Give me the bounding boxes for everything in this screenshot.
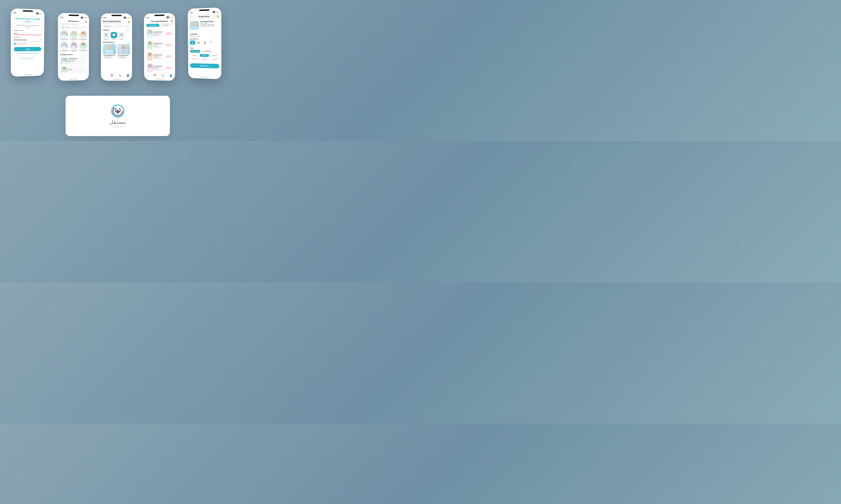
- see-all-nearby[interactable]: See all: [126, 42, 130, 43]
- list-item[interactable]: Dr. Stella Kane ★★★★: [60, 31, 68, 41]
- list-item[interactable]: Dr. Fred Mask ★★ Care Operator 🕐 10AM - …: [117, 44, 130, 59]
- avatar: [70, 31, 78, 38]
- profile-title: Profile Doctor: [199, 15, 210, 17]
- keep-signed-label: Keep me signed in: [16, 43, 28, 44]
- table-row[interactable]: Dr. Stella Kane 📅 Booking date 25/1/2020…: [145, 62, 173, 73]
- mobile-value[interactable]: 0097 |: [14, 33, 18, 34]
- time-slot-1030[interactable]: 10:30 AM: [200, 58, 209, 61]
- search-nav-icon[interactable]: 🔍: [161, 74, 164, 77]
- date-monday[interactable]: Mon 21: [190, 40, 195, 45]
- notification-icon[interactable]: 🔔: [170, 20, 173, 22]
- morning-button[interactable]: ☀️ Morning: [190, 50, 200, 53]
- table-row[interactable]: Dr. Stella Kane 📅 Booking date 25/1/2020…: [145, 40, 173, 50]
- back-icon[interactable]: ←: [190, 16, 192, 18]
- list-item[interactable]: Dr. Stella Kane ★★★★: [79, 31, 87, 41]
- day-number: 22: [198, 42, 200, 44]
- avatar: [147, 52, 153, 61]
- tab-upcoming[interactable]: Upcoming: [146, 24, 159, 27]
- profile-nav-icon[interactable]: 👤: [126, 74, 130, 77]
- home-nav-icon[interactable]: ⌂: [147, 74, 148, 77]
- doctor-name: Dr. Stella Kane: [60, 50, 68, 51]
- mobile-label: Mobile number: [14, 30, 23, 31]
- search-bar[interactable]: 🔍 Search...: [60, 25, 87, 30]
- home-bar: [155, 79, 164, 79]
- nearby-doctor-cards: Dr. Stella Kane ★★ Care Operator 🕐 10AM …: [103, 44, 130, 59]
- time-slot-1050[interactable]: 10:50 AM: [190, 57, 199, 60]
- home-bar: [201, 77, 209, 78]
- password-dots[interactable]: ●●●●●●●●: [14, 39, 27, 41]
- evening-button[interactable]: 🌙 Evening: [202, 50, 212, 53]
- rating-stars: ★★ 2.4: [68, 62, 86, 63]
- list-item[interactable]: Dr. Stella Kane Heart surgen ☎ 031313132…: [60, 56, 87, 65]
- back-icon[interactable]: ←: [146, 20, 148, 23]
- svg-rect-2: [62, 35, 66, 38]
- category-dental[interactable]: Dental: [103, 32, 109, 40]
- home-bar: [23, 74, 32, 75]
- cancel-button[interactable]: CANCEL: [166, 32, 172, 35]
- see-all-categories[interactable]: See all: [126, 30, 130, 31]
- category-label: Dental: [120, 39, 123, 40]
- doctor-image: [117, 44, 130, 54]
- day-number: 22: [204, 42, 206, 44]
- forgot-password-link[interactable]: Forger your password?: [21, 57, 34, 59]
- svg-rect-38: [191, 27, 197, 30]
- time-slot-1100[interactable]: 11:00 AM: [210, 58, 219, 61]
- search-icon: 🔍: [105, 25, 107, 27]
- phone-profile-doctor: 9:41 ▋▋ ▾ 🔋 ← Profile Doctor 🔔 Dr. Ahmed…: [188, 7, 221, 79]
- avatar: [60, 31, 68, 38]
- category-heart[interactable]: Heart: [111, 32, 117, 40]
- location: 📍 Main Street, 10: [154, 69, 165, 70]
- list-item[interactable]: Dr. Stella Kane ★★★★: [69, 31, 78, 41]
- time-slot-0900[interactable]: 09:00 AM: [200, 54, 209, 57]
- booking-date: 📅 Booking date 25/1/2020: [154, 55, 164, 58]
- back-icon[interactable]: ←: [60, 20, 62, 22]
- status-time: 9:41: [146, 17, 149, 19]
- table-row[interactable]: Dr. Stella Kane 📅 Booking date 25/1/2020…: [145, 51, 173, 62]
- bottom-nav: ⌂ 📅 🔍 👤: [144, 73, 175, 78]
- time-toggle: ☀️ Morning 🌙 Evening: [190, 50, 219, 53]
- notification-icon[interactable]: 🔔: [85, 20, 87, 23]
- tab-past[interactable]: Past: [159, 23, 173, 26]
- date-tuesday[interactable]: Tue 22: [196, 40, 201, 45]
- svg-rect-21: [62, 70, 66, 72]
- notification-icon[interactable]: 🔔: [127, 21, 130, 23]
- time-slot-0830[interactable]: 08:30 AM: [190, 54, 199, 57]
- cancel-button[interactable]: CANCEL: [166, 67, 172, 69]
- svg-point-22: [108, 46, 111, 49]
- dental-icon-2: [118, 32, 125, 38]
- svg-rect-31: [148, 45, 152, 49]
- location: 📍 Main Street, 10: [154, 46, 164, 47]
- profile-nav-icon[interactable]: 👤: [169, 74, 172, 77]
- search-bar[interactable]: 🔍 Search...: [103, 24, 130, 28]
- cancel-button[interactable]: CANCEL: [166, 44, 172, 46]
- table-row[interactable]: Dr. Stella Kane 📅 Booking date 25/1/2020…: [145, 28, 173, 39]
- category-title: Category: [103, 29, 109, 31]
- notification-icon[interactable]: 🔔: [217, 15, 219, 17]
- list-item[interactable]: Dr. Stella Kane ★★★★: [79, 42, 87, 52]
- login-button[interactable]: Login: [14, 47, 41, 51]
- calendar-nav-icon[interactable]: 📅: [153, 74, 156, 77]
- date-extra[interactable]: Tue ...: [208, 40, 213, 45]
- eye-icon[interactable]: 👁: [40, 39, 41, 41]
- keep-signed-checkbox[interactable]: ✓: [14, 43, 16, 45]
- svg-rect-19: [62, 61, 66, 64]
- list-item[interactable]: Dr. Stella Kane ★★★★: [60, 42, 68, 52]
- list-item[interactable]: Dr. Stella Kane ★★ Care Operator 🕐 10AM …: [103, 44, 116, 59]
- password-label: Password: [14, 37, 20, 38]
- category-label: Heart: [113, 39, 115, 40]
- category-dental-2[interactable]: Dental: [118, 32, 125, 40]
- doctor-name: Dr. Stella Kane: [154, 54, 164, 55]
- doctor-image: [103, 44, 116, 54]
- calendar-nav-icon[interactable]: 📅: [110, 74, 113, 77]
- cancel-button[interactable]: CANCEL: [166, 55, 172, 58]
- list-item[interactable]: Dr. Stella Kane ★★★★: [69, 42, 78, 52]
- avatar: [147, 30, 153, 38]
- location: 📍 Main Street, 10: [154, 35, 164, 36]
- time-slot-0930[interactable]: 09:30 AM: [210, 54, 219, 57]
- list-item[interactable]: Dr. St...: [60, 65, 87, 74]
- search-nav-icon[interactable]: 🔍: [118, 74, 121, 77]
- home-nav-icon[interactable]: ⌂: [104, 74, 105, 77]
- date-saturday[interactable]: Sat 22: [202, 40, 207, 45]
- calendar-icon[interactable]: 🔄: [196, 38, 198, 40]
- booking-date: 📅 Booking date 25/1/2020: [154, 33, 164, 35]
